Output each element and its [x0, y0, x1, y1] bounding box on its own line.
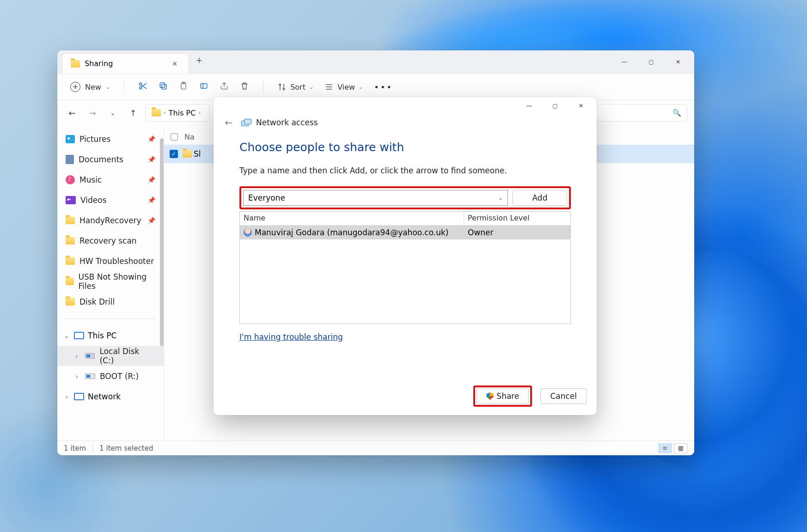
sort-label: Sort: [290, 83, 306, 92]
uac-shield-icon: [486, 392, 494, 400]
sort-button[interactable]: Sort ⌄: [273, 82, 318, 92]
thumbnails-view-button[interactable]: ▦: [674, 443, 688, 453]
status-bar: 1 item 1 item selected ≡ ▦: [57, 440, 694, 455]
folder-icon: [71, 60, 80, 67]
folder-icon: [152, 109, 161, 116]
tab-title: Sharing: [85, 59, 113, 68]
nav-back-button[interactable]: ←: [64, 108, 80, 118]
disk-icon: [85, 353, 95, 359]
chevron-down-icon: ⌄: [359, 84, 363, 90]
nav-group-label: Network: [88, 392, 121, 401]
new-label: New: [85, 83, 101, 92]
nav-item-local-disk[interactable]: › Local Disk (C:): [57, 346, 164, 366]
svg-rect-3: [160, 83, 165, 87]
dialog-heading: Choose people to share with: [239, 141, 571, 154]
nav-item-boot[interactable]: › BOOT (R:): [57, 366, 164, 386]
close-button[interactable]: ✕: [665, 53, 691, 71]
folder-icon: [66, 298, 75, 306]
nav-item-folder[interactable]: Disk Drill: [57, 292, 164, 312]
svg-point-1: [140, 86, 142, 89]
cut-button[interactable]: [134, 81, 152, 93]
breadcrumb-item[interactable]: This PC: [169, 109, 196, 117]
chevron-right-icon: ›: [63, 393, 70, 400]
trouble-sharing-link[interactable]: I'm having trouble sharing: [239, 332, 343, 342]
disk-icon: [85, 373, 95, 379]
network-access-dialog: ― ▢ ✕ ← Network access Choose people to …: [214, 97, 597, 415]
nav-item-folder[interactable]: HW Troubleshooter: [57, 251, 164, 271]
share-button-label: Share: [496, 391, 519, 401]
status-item-count: 1 item: [64, 444, 86, 453]
cancel-button-label: Cancel: [550, 391, 577, 401]
nav-item-videos[interactable]: Videos 📌: [57, 190, 164, 210]
select-all-checkbox[interactable]: [171, 133, 178, 141]
share-toolbar-button[interactable]: [215, 81, 233, 93]
dialog-back-button[interactable]: ←: [223, 117, 235, 128]
user-icon: [244, 228, 252, 237]
clipboard-icon: [179, 81, 188, 91]
table-row[interactable]: Manuviraj Godara (manugodara94@yahoo.co.…: [240, 226, 570, 239]
dialog-close-button[interactable]: ✕: [568, 98, 594, 114]
nav-item-label: Local Disk (C:): [99, 347, 155, 365]
view-button[interactable]: View ⌄: [320, 82, 367, 92]
chevron-right-icon: ›: [73, 373, 80, 380]
nav-forward-button[interactable]: →: [85, 108, 100, 118]
column-permission[interactable]: Permission Level: [464, 212, 570, 225]
people-combobox[interactable]: Everyone ⌄: [243, 190, 508, 206]
highlight-add-row: Everyone ⌄ Add: [239, 186, 571, 209]
videos-icon: [66, 196, 76, 204]
search-box[interactable]: 🔍: [595, 104, 687, 122]
search-icon: 🔍: [672, 109, 681, 117]
chevron-right-icon: ›: [73, 353, 80, 360]
share-button[interactable]: Share: [477, 388, 529, 404]
column-name[interactable]: Name: [240, 212, 464, 225]
rename-button[interactable]: [195, 81, 213, 93]
new-tab-button[interactable]: ＋: [189, 50, 209, 73]
nav-item-label: Videos: [80, 196, 107, 205]
copy-icon: [159, 81, 168, 91]
delete-button[interactable]: [235, 81, 254, 93]
nav-item-label: Disk Drill: [79, 297, 115, 306]
dialog-minimize-button[interactable]: ―: [516, 98, 542, 114]
tab-close-button[interactable]: ✕: [169, 58, 180, 69]
paste-button[interactable]: [174, 81, 193, 93]
dialog-subtext: Type a name and then click Add, or click…: [239, 166, 571, 175]
view-toggle-group: ≡ ▦: [658, 443, 688, 453]
nav-item-documents[interactable]: Documents 📌: [57, 149, 164, 170]
user-name: Manuviraj Godara (manugodara94@yahoo.co.…: [255, 228, 448, 237]
address-bar[interactable]: › This PC ›: [146, 104, 209, 122]
nav-group-thispc[interactable]: ⌄ This PC: [57, 325, 164, 346]
music-icon: [66, 175, 75, 184]
copy-button[interactable]: [154, 81, 172, 93]
nav-item-label: HandyRecovery: [79, 216, 141, 225]
nav-item-folder[interactable]: USB Not Showing Files: [57, 271, 164, 292]
nav-up-button[interactable]: ↑: [125, 108, 141, 118]
cancel-button[interactable]: Cancel: [540, 388, 587, 404]
dialog-footer: Share Cancel: [473, 385, 587, 407]
nav-item-music[interactable]: Music 📌: [57, 170, 164, 190]
command-bar: + New ⌄ Sort ⌄ View: [57, 73, 694, 100]
dialog-title: Network access: [241, 118, 318, 127]
svg-rect-6: [201, 84, 207, 88]
breadcrumb-separator: ›: [164, 110, 166, 116]
permission-level: Owner: [464, 228, 570, 237]
nav-recent-button[interactable]: ⌄: [105, 110, 121, 116]
add-button-label: Add: [532, 193, 548, 202]
tab-sharing[interactable]: Sharing ✕: [62, 53, 189, 73]
rename-icon: [199, 81, 208, 91]
folder-icon: [66, 257, 75, 265]
add-button[interactable]: Add: [513, 190, 567, 206]
nav-item-folder[interactable]: HandyRecovery 📌: [57, 210, 164, 231]
nav-group-network[interactable]: › Network: [57, 386, 164, 407]
nav-item-pictures[interactable]: Pictures 📌: [57, 129, 164, 149]
nav-item-label: USB Not Showing Files: [79, 272, 156, 291]
maximize-button[interactable]: ▢: [638, 53, 665, 71]
more-button[interactable]: •••: [369, 82, 397, 92]
nav-item-folder[interactable]: Recovery scan: [57, 231, 164, 251]
new-button[interactable]: + New ⌄: [66, 79, 115, 95]
details-view-button[interactable]: ≡: [658, 443, 672, 453]
dialog-maximize-button[interactable]: ▢: [542, 98, 568, 114]
row-checkbox[interactable]: ✓: [170, 150, 178, 158]
pictures-icon: [66, 135, 75, 143]
minimize-button[interactable]: ―: [611, 53, 638, 71]
chevron-down-icon: ⌄: [106, 84, 110, 90]
